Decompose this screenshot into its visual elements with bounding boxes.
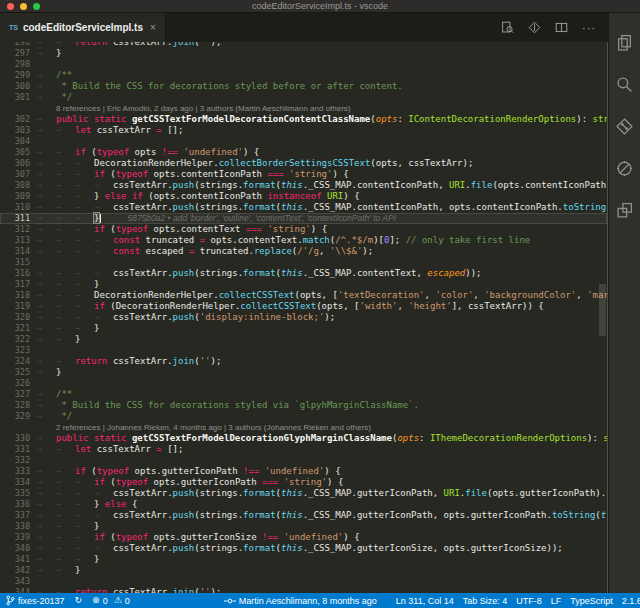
line-number[interactable]: 326 (0, 378, 30, 389)
line-number[interactable]: 335 (0, 488, 30, 499)
codelens-row[interactable]: 2 references | Johannes Rieken, 4 months… (0, 422, 607, 433)
line-number[interactable]: 305 (0, 147, 30, 158)
line-number[interactable]: 314 (0, 246, 30, 257)
code-line[interactable]: 326 (0, 378, 607, 389)
code-line[interactable]: 314→→→→const escaped = truncated.replace… (0, 246, 607, 257)
line-number[interactable]: 310 (0, 202, 30, 213)
sidebar-item-source-control[interactable] (609, 105, 640, 147)
code-line[interactable]: 309→→→} else if (opts.contentIconPath in… (0, 191, 607, 202)
code-line[interactable]: 298 (0, 59, 607, 70)
line-number[interactable]: 319 (0, 301, 30, 312)
sidebar-item-search[interactable] (609, 63, 640, 105)
editor-pane[interactable]: 296→→return cssTextArr.join('');297→}298… (0, 42, 608, 593)
code-line[interactable]: 337→→→→cssTextArr.push(strings.format(th… (0, 510, 607, 521)
code-line[interactable]: 344→→return cssTextArr.join(''); (0, 587, 607, 593)
code-line[interactable]: 336→→→} else { (0, 499, 607, 510)
code-line[interactable]: 323 (0, 345, 607, 356)
line-number[interactable]: 327 (0, 389, 30, 400)
line-number[interactable]: 316 (0, 268, 30, 279)
code-line[interactable]: 299→/** (0, 70, 607, 81)
code-line[interactable]: 321→→→} (0, 323, 607, 334)
line-number[interactable]: 329 (0, 411, 30, 422)
code-line[interactable]: 316→→→→cssTextArr.push(strings.format(th… (0, 268, 607, 279)
line-number[interactable]: 311 (0, 213, 30, 224)
code-area[interactable]: 296→→return cssTextArr.join('');297→}298… (0, 42, 607, 593)
line-number[interactable]: 336 (0, 499, 30, 510)
codelens-text[interactable]: 2 references | Johannes Rieken, 4 months… (56, 423, 371, 432)
line-number[interactable]: 324 (0, 356, 30, 367)
code-line[interactable]: 343 (0, 576, 607, 587)
code-line[interactable]: 297→} (0, 48, 607, 59)
code-line[interactable]: 317→→→} (0, 279, 607, 290)
line-number[interactable]: 317 (0, 279, 30, 290)
line-number[interactable]: 321 (0, 323, 30, 334)
code-line[interactable]: 327→/** (0, 389, 607, 400)
code-line[interactable]: 324→→return cssTextArr.join(''); (0, 356, 607, 367)
line-number[interactable]: 330 (0, 433, 30, 444)
line-number[interactable]: 338 (0, 521, 30, 532)
code-line[interactable]: 342→→} (0, 565, 607, 576)
line-number[interactable]: 308 (0, 180, 30, 191)
line-number[interactable]: 303 (0, 125, 30, 136)
line-number[interactable]: 323 (0, 345, 30, 356)
open-changes-icon[interactable] (528, 21, 541, 34)
code-line[interactable]: 305→→if (typeof opts !== 'undefined') { (0, 147, 607, 158)
code-line[interactable]: 329→·*/ (0, 411, 607, 422)
line-number[interactable]: 297 (0, 48, 30, 59)
line-number[interactable]: 304 (0, 136, 30, 147)
code-line[interactable]: 332 (0, 455, 607, 466)
codelens-text[interactable]: 8 references | Eric Amodio, 2 days ago |… (56, 104, 351, 113)
code-line[interactable]: 335→→→→cssTextArr.push(strings.format(th… (0, 488, 607, 499)
line-number[interactable]: 325 (0, 367, 30, 378)
editor-scrollbar[interactable] (598, 42, 607, 593)
code-line[interactable]: 334→→→if (typeof opts.gutterIconPath ===… (0, 477, 607, 488)
line-number[interactable]: 318 (0, 290, 30, 301)
sidebar-item-extensions[interactable] (609, 189, 640, 231)
line-number[interactable]: 337 (0, 510, 30, 521)
code-line[interactable]: 312→→→if (typeof opts.contentText === 's… (0, 224, 607, 235)
code-line[interactable]: 307→→→if (typeof opts.contentIconPath ==… (0, 169, 607, 180)
code-line[interactable]: 340→→→→cssTextArr.push(strings.format(th… (0, 543, 607, 554)
line-number[interactable]: 320 (0, 312, 30, 323)
code-line[interactable]: 311→→→}5875b0a2 • add 'border', 'outline… (0, 213, 607, 224)
code-line[interactable]: 325→} (0, 367, 607, 378)
line-number[interactable]: 322 (0, 334, 30, 345)
code-line[interactable]: 306→→→DecorationRenderHelper.collectBord… (0, 158, 607, 169)
code-line[interactable]: 331→→let cssTextArr = []; (0, 444, 607, 455)
code-line[interactable]: 308→→→→cssTextArr.push(strings.format(th… (0, 180, 607, 191)
line-number[interactable]: 331 (0, 444, 30, 455)
line-number[interactable]: 302 (0, 114, 30, 125)
typescript-version-item[interactable]: 2.1.6 (622, 596, 640, 606)
line-number[interactable]: 328 (0, 400, 30, 411)
line-number[interactable]: 341 (0, 554, 30, 565)
eol-item[interactable]: LF (551, 596, 562, 606)
scrollbar-thumb[interactable] (599, 284, 606, 336)
line-number[interactable]: 334 (0, 477, 30, 488)
code-line[interactable]: 302→public static getCSSTextForModelDeco… (0, 114, 607, 125)
code-line[interactable]: 304 (0, 136, 607, 147)
line-number[interactable]: 301 (0, 92, 30, 103)
line-number[interactable]: 299 (0, 70, 30, 81)
language-mode-item[interactable]: TypeScript (570, 596, 613, 606)
code-line[interactable]: 310→→→→cssTextArr.push(strings.format(th… (0, 202, 607, 213)
tab-size-item[interactable]: Tab Size: 4 (463, 596, 508, 606)
code-line[interactable]: 330→public static getCSSTextForModelDeco… (0, 433, 607, 444)
code-line[interactable]: 300→·* Build the CSS for decorations sty… (0, 81, 607, 92)
line-number[interactable]: 333 (0, 466, 30, 477)
code-line[interactable]: 315 (0, 257, 607, 268)
code-line[interactable]: 320→→→→cssTextArr.push('display:inline-b… (0, 312, 607, 323)
code-line[interactable]: 313→→→→const truncated = opts.contentTex… (0, 235, 607, 246)
encoding-item[interactable]: UTF-8 (516, 596, 542, 606)
code-line[interactable]: 322→→} (0, 334, 607, 345)
split-editor-icon[interactable] (555, 21, 568, 34)
line-number[interactable]: 306 (0, 158, 30, 169)
line-number[interactable]: 340 (0, 543, 30, 554)
line-number[interactable]: 343 (0, 576, 30, 587)
line-number[interactable]: 309 (0, 191, 30, 202)
tab-close-icon[interactable]: × (150, 22, 156, 33)
code-line[interactable]: 338→→→} (0, 521, 607, 532)
problems-item[interactable]: ⊗ 0 ⚠ 0 (92, 596, 130, 606)
cursor-position-item[interactable]: Ln 311, Col 14 (396, 596, 454, 606)
line-number[interactable]: 312 (0, 224, 30, 235)
line-number[interactable]: 315 (0, 257, 30, 268)
